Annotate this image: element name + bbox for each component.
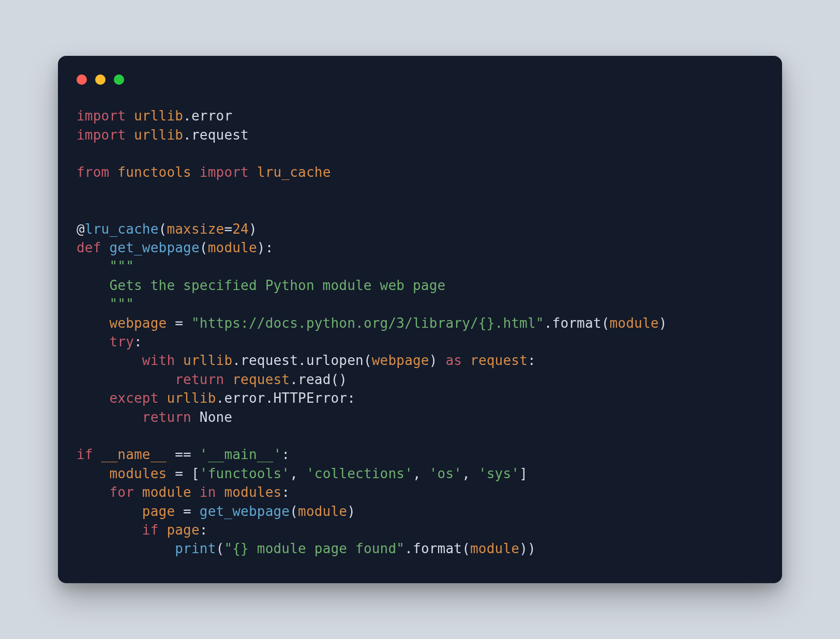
comma: , [413, 466, 429, 481]
arg-module: module [470, 541, 519, 556]
indent [77, 541, 175, 556]
eq: = [167, 466, 191, 481]
indent [77, 296, 109, 312]
indent [77, 353, 142, 368]
dot-read: .read [290, 372, 331, 387]
var-module: module [142, 484, 191, 500]
attr-request: .request [232, 353, 298, 368]
rparen: ) [659, 315, 667, 331]
lbracket: [ [191, 466, 200, 481]
ident-urllib: urllib [183, 353, 232, 368]
indent [77, 258, 109, 274]
var-modules: modules [109, 466, 167, 481]
eq: = [224, 221, 232, 237]
window-controls [77, 74, 763, 85]
lparen2: ( [462, 541, 470, 556]
indent [77, 278, 109, 293]
kw-as: as [445, 353, 462, 368]
kw-from: from [77, 164, 109, 180]
rbracket: ] [519, 466, 528, 481]
kw-except: except [109, 390, 158, 406]
param-module: module [208, 240, 257, 255]
dot-urlopen: .urlopen [298, 353, 364, 368]
colon: : [200, 522, 208, 538]
ident-request: request [232, 372, 290, 387]
decorator-at: @ [77, 221, 85, 237]
var-page: page [167, 522, 199, 538]
close-icon[interactable] [77, 74, 87, 85]
var-webpage: webpage [109, 315, 167, 331]
lparen: ( [602, 315, 610, 331]
kw-in: in [200, 484, 216, 500]
kw-return: return [142, 409, 191, 425]
str-url: "https://docs.python.org/3/library/{}.ht… [191, 315, 544, 331]
kw-def: def [77, 240, 101, 255]
indent [77, 390, 109, 406]
ident-request: request [470, 353, 528, 368]
rparen-colon: ): [257, 240, 274, 255]
none-literal: None [200, 409, 232, 425]
eq: = [167, 315, 191, 331]
fn-print: print [175, 541, 216, 556]
ident-urllib: urllib [167, 390, 216, 406]
colon: : [281, 447, 290, 462]
indent [77, 334, 109, 349]
colon: : [528, 353, 536, 368]
kw-import: import [77, 127, 126, 143]
kw-import: import [77, 108, 126, 124]
rparen: ) [347, 504, 355, 519]
maximize-icon[interactable] [114, 74, 124, 85]
fn-get-webpage: get_webpage [109, 240, 199, 255]
ident-functools: functools [117, 164, 191, 180]
arg-webpage: webpage [372, 353, 429, 368]
arg-module: module [298, 504, 347, 519]
var-page: page [142, 504, 175, 519]
rparen: ) [249, 221, 257, 237]
str-functools: 'functools' [200, 466, 290, 481]
kw-return: return [175, 372, 224, 387]
ident-urllib: urllib [134, 108, 183, 124]
var-modules: modules [224, 484, 281, 500]
rparen: ) [528, 541, 536, 556]
colon: : [347, 390, 355, 406]
code-window: import urllib.error import urllib.reques… [58, 56, 782, 583]
docstring-close: """ [109, 296, 134, 312]
lparen: ( [364, 353, 372, 368]
lparen: ( [200, 240, 208, 255]
attr-request: .request [183, 127, 249, 143]
attr-error: .error [216, 390, 265, 406]
arg-module: module [610, 315, 659, 331]
fn-lru-cache: lru_cache [85, 221, 159, 237]
indent [77, 484, 109, 500]
colon: : [281, 484, 290, 500]
docstring-open: """ [109, 258, 134, 274]
eq: = [175, 504, 200, 519]
indent [77, 315, 109, 331]
str-sys: 'sys' [478, 466, 519, 481]
rparen: ) [429, 353, 438, 368]
minimize-icon[interactable] [95, 74, 106, 85]
comma: , [462, 466, 478, 481]
ident-lru-cache: lru_cache [257, 164, 331, 180]
lparen: ( [290, 504, 298, 519]
num-24: 24 [232, 221, 249, 237]
code-block: import urllib.error import urllib.reques… [77, 106, 763, 558]
attr-error: .error [183, 108, 232, 124]
kw-if: if [142, 522, 159, 538]
eqeq: == [167, 447, 199, 462]
kw-for: for [109, 484, 134, 500]
indent [77, 522, 142, 538]
kw-if: if [77, 447, 93, 462]
colon: : [134, 334, 142, 349]
dot-format: .format [404, 541, 462, 556]
indent [77, 409, 142, 425]
ident-urllib: urllib [134, 127, 183, 143]
dot-format: .format [544, 315, 602, 331]
indent [77, 504, 142, 519]
comma: , [290, 466, 306, 481]
parens: () [331, 372, 348, 387]
attr-httperror: .HTTPError [265, 390, 348, 406]
str-collections: 'collections' [306, 466, 413, 481]
indent [77, 466, 109, 481]
kw-try: try [109, 334, 134, 349]
